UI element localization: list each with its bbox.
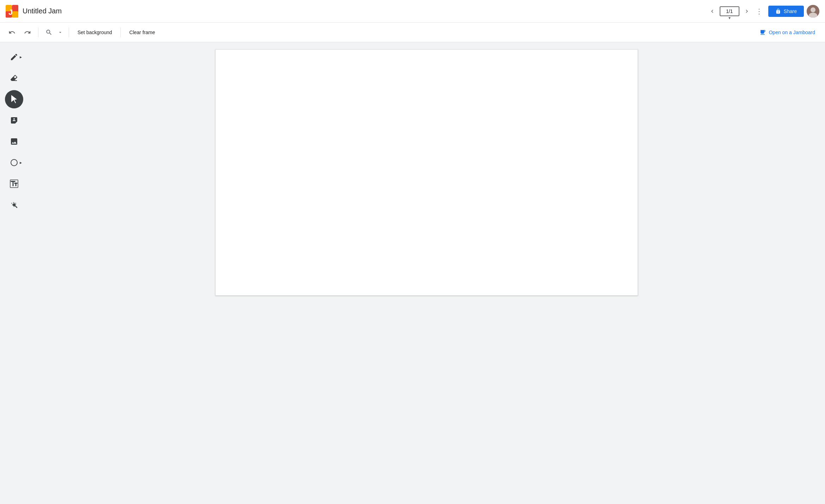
toolbar-divider-3: [120, 27, 121, 37]
share-label: Share: [784, 8, 797, 14]
app-title: Untitled Jam: [23, 7, 706, 15]
canvas-area[interactable]: [28, 42, 825, 504]
zoom-button[interactable]: [43, 26, 55, 39]
frame-navigation: 1/1: [706, 5, 753, 17]
shape-chevron: ▶: [20, 161, 22, 164]
zoom-dropdown-button[interactable]: [56, 30, 64, 35]
open-jamboard-icon: [759, 29, 766, 36]
sticky-note-tool-button[interactable]: [5, 111, 23, 130]
select-tool-button[interactable]: [5, 90, 23, 108]
zoom-group: [43, 26, 64, 39]
svg-point-6: [811, 7, 815, 12]
toolbar: Set background Clear frame Open on a Jam…: [0, 23, 825, 42]
share-button[interactable]: Share: [768, 6, 804, 17]
whiteboard-canvas[interactable]: [215, 49, 638, 296]
pen-tool-button[interactable]: ▶: [5, 48, 23, 66]
undo-button[interactable]: [6, 26, 18, 39]
redo-button[interactable]: [21, 26, 34, 39]
prev-frame-button[interactable]: [706, 5, 718, 17]
svg-rect-3: [12, 11, 18, 18]
open-jamboard-button[interactable]: Open on a Jamboard: [755, 26, 819, 38]
shape-tool-button[interactable]: ▶: [5, 153, 23, 172]
svg-point-8: [11, 159, 17, 166]
frame-indicator[interactable]: 1/1: [720, 6, 739, 16]
eraser-tool-button[interactable]: [5, 69, 23, 87]
set-background-button[interactable]: Set background: [73, 27, 116, 37]
jamboard-logo: J: [6, 5, 18, 18]
toolbar-divider-2: [69, 27, 69, 37]
header: J Untitled Jam 1/1 ⋮ Share: [0, 0, 825, 23]
open-jamboard-label: Open on a Jamboard: [769, 30, 815, 35]
clear-frame-button[interactable]: Clear frame: [125, 27, 159, 37]
image-tool-button[interactable]: [5, 132, 23, 151]
pen-chevron: ▶: [20, 56, 22, 59]
text-tool-button[interactable]: [5, 175, 23, 193]
lock-icon: [775, 8, 781, 14]
header-right: ⋮ Share: [753, 4, 819, 18]
tools-sidebar: ▶: [0, 42, 28, 504]
svg-text:J: J: [8, 8, 13, 17]
laser-tool-button[interactable]: [5, 196, 23, 214]
toolbar-divider-1: [38, 27, 38, 37]
user-avatar[interactable]: [807, 5, 819, 18]
next-frame-button[interactable]: [741, 5, 753, 17]
more-options-button[interactable]: ⋮: [753, 4, 765, 18]
main-content: ▶: [0, 42, 825, 504]
